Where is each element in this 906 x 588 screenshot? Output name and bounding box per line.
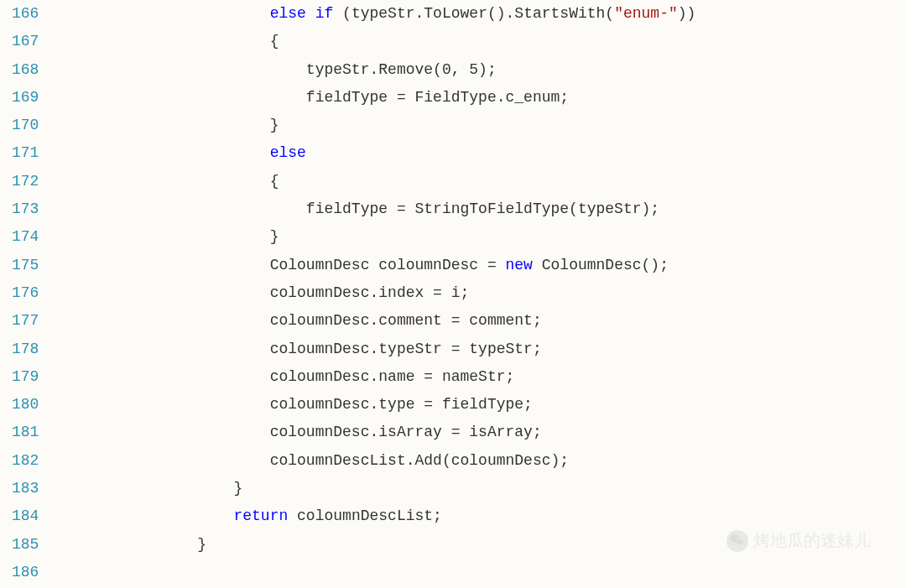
wechat-icon xyxy=(726,530,748,552)
line-number: 171 xyxy=(0,139,39,167)
code-token: coloumnDesc.typeStr = typeStr; xyxy=(270,341,542,357)
line-number: 180 xyxy=(0,391,39,419)
line-number: 166 xyxy=(0,0,39,28)
code-token: fieldType = FieldType.c_enum; xyxy=(306,89,569,106)
code-token: } xyxy=(233,480,242,497)
line-number: 185 xyxy=(0,531,39,559)
code-token: } xyxy=(270,228,279,245)
line-number: 176 xyxy=(0,279,39,307)
code-token: return xyxy=(233,507,288,524)
code-token: { xyxy=(270,173,279,190)
code-token: coloumnDesc.comment = comment; xyxy=(270,312,542,329)
code-line: coloumnDesc.typeStr = typeStr; xyxy=(52,336,906,363)
code-token: coloumnDescList.Add(coloumnDesc); xyxy=(270,452,569,469)
code-token: coloumnDescList; xyxy=(288,507,442,524)
line-number-gutter: 1661671681691701711721731741751761771781… xyxy=(0,0,45,586)
code-token: else xyxy=(270,5,306,22)
code-token: typeStr.Remove(0, 5); xyxy=(306,61,497,78)
code-token: coloumnDesc.name = nameStr; xyxy=(270,368,515,385)
line-number: 173 xyxy=(0,195,39,223)
code-line: { xyxy=(52,28,906,55)
line-number: 174 xyxy=(0,223,39,251)
code-line: typeStr.Remove(0, 5); xyxy=(52,56,906,84)
line-number: 167 xyxy=(0,28,39,55)
code-line: coloumnDesc.type = fieldType; xyxy=(52,391,906,419)
code-token: fieldType = StringToFieldType(typeStr); xyxy=(306,200,659,217)
watermark-text: 烤地瓜的迷妹儿 xyxy=(753,525,871,556)
code-line: } xyxy=(52,112,906,139)
code-line: fieldType = StringToFieldType(typeStr); xyxy=(52,195,906,223)
code-token: } xyxy=(197,536,206,553)
line-number: 183 xyxy=(0,475,39,502)
code-editor: 1661671681691701711721731741751761771781… xyxy=(0,0,906,586)
code-token: ColoumnDesc(); xyxy=(533,257,669,273)
code-line xyxy=(52,559,906,586)
watermark: 烤地瓜的迷妹儿 xyxy=(726,525,871,556)
code-line: { xyxy=(52,168,906,195)
code-line: coloumnDesc.name = nameStr; xyxy=(52,363,906,391)
code-line: else xyxy=(52,139,906,167)
code-token: ColoumnDesc coloumnDesc = xyxy=(270,257,506,273)
line-number: 179 xyxy=(0,363,39,391)
code-token: (typeStr.ToLower().StartsWith( xyxy=(333,5,614,22)
code-token: } xyxy=(270,117,279,133)
code-token: )) xyxy=(678,5,696,22)
line-number: 186 xyxy=(0,559,39,586)
code-line: else if (typeStr.ToLower().StartsWith("e… xyxy=(52,0,906,28)
code-token: coloumnDesc.type = fieldType; xyxy=(270,396,533,413)
code-line: } xyxy=(52,475,906,502)
line-number: 172 xyxy=(0,168,39,195)
code-token: else xyxy=(270,144,306,161)
code-token: new xyxy=(506,257,533,273)
code-line: coloumnDescList.Add(coloumnDesc); xyxy=(52,447,906,475)
code-token: { xyxy=(270,33,279,49)
code-token: coloumnDesc.isArray = isArray; xyxy=(270,424,542,440)
line-number: 175 xyxy=(0,252,39,279)
code-line: } xyxy=(52,223,906,251)
code-token xyxy=(306,5,315,22)
line-number: 169 xyxy=(0,84,39,112)
line-number: 181 xyxy=(0,419,39,446)
code-token: coloumnDesc.index = i; xyxy=(270,284,470,301)
line-number: 182 xyxy=(0,447,39,475)
code-line: fieldType = FieldType.c_enum; xyxy=(52,84,906,112)
code-line: coloumnDesc.index = i; xyxy=(52,279,906,307)
code-line: ColoumnDesc coloumnDesc = new ColoumnDes… xyxy=(52,252,906,279)
line-number: 184 xyxy=(0,502,39,530)
code-content: else if (typeStr.ToLower().StartsWith("e… xyxy=(45,0,906,586)
line-number: 168 xyxy=(0,56,39,84)
line-number: 177 xyxy=(0,307,39,335)
code-token: "enum-" xyxy=(614,5,678,22)
code-line: coloumnDesc.isArray = isArray; xyxy=(52,419,906,446)
line-number: 170 xyxy=(0,112,39,139)
code-line: coloumnDesc.comment = comment; xyxy=(52,307,906,335)
line-number: 178 xyxy=(0,336,39,363)
code-token: if xyxy=(315,5,334,22)
